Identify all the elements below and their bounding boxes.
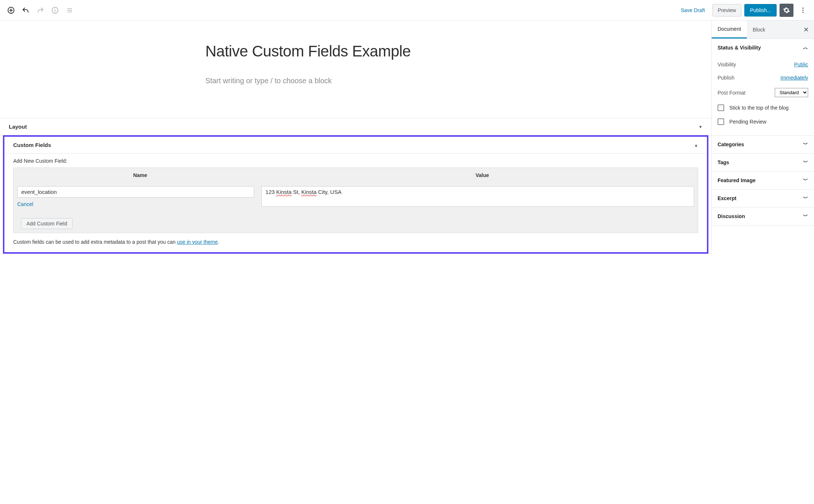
top-toolbar: Save Draft Preview Publish... — [0, 0, 814, 21]
svg-point-3 — [802, 10, 803, 11]
custom-fields-title: Custom Fields — [13, 142, 51, 148]
svg-point-2 — [802, 7, 803, 8]
cf-value-header: Value — [267, 168, 698, 183]
expand-icon: ▲ — [694, 143, 698, 147]
format-select[interactable]: Standard — [775, 88, 808, 97]
panel-excerpt-toggle[interactable]: Excerpt ﹀ — [712, 190, 814, 207]
toolbar-right: Save Draft Preview Publish... — [676, 4, 810, 17]
panel-status-toggle[interactable]: Status & Visibility ︿ — [712, 39, 814, 56]
cf-help: Custom fields can be used to add extra m… — [13, 233, 698, 245]
status-title: Status & Visibility — [718, 45, 761, 51]
tags-title: Tags — [718, 159, 729, 165]
panel-discussion: Discussion ﹀ — [712, 207, 814, 225]
more-options-button[interactable] — [796, 4, 810, 17]
plus-circle-icon — [7, 6, 15, 14]
publish-label: Publish — [718, 75, 734, 81]
gear-icon — [783, 7, 790, 14]
publish-button[interactable]: Publish... — [744, 4, 777, 16]
editor-area: Native Custom Fields Example Start writi… — [0, 21, 711, 254]
panel-featured-image: Featured Image ﹀ — [712, 172, 814, 190]
cf-row: Cancel 123 Kinsta St, Kinsta City, USA — [14, 183, 698, 211]
collapse-icon: ▼ — [698, 125, 703, 129]
cf-value-input[interactable]: 123 Kinsta St, Kinsta City, USA — [261, 186, 694, 207]
chevron-down-icon: ﹀ — [803, 141, 808, 148]
custom-fields-metabox: Custom Fields ▲ Add New Custom Field: Na… — [3, 135, 708, 254]
cf-help-prefix: Custom fields can be used to add extra m… — [13, 239, 177, 245]
chevron-down-icon: ﹀ — [803, 159, 808, 166]
panel-categories-toggle[interactable]: Categories ﹀ — [712, 136, 814, 153]
add-new-label: Add New Custom Field: — [13, 158, 698, 164]
outline-button[interactable] — [63, 4, 76, 17]
layout-title: Layout — [9, 124, 27, 130]
featured-image-title: Featured Image — [718, 177, 755, 183]
cf-value-cell: 123 Kinsta St, Kinsta City, USA — [261, 186, 694, 207]
cancel-link[interactable]: Cancel — [17, 201, 33, 207]
panel-tags-toggle[interactable]: Tags ﹀ — [712, 154, 814, 171]
cf-header: Name Value — [14, 168, 698, 183]
main-layout: Native Custom Fields Example Start writi… — [0, 21, 814, 254]
publish-row: Publish Immediately — [718, 71, 808, 84]
sidebar-tabs: Document Block ✕ — [712, 21, 814, 39]
cf-name-cell: Cancel — [17, 186, 254, 207]
visibility-row: Visibility Public — [718, 58, 808, 71]
format-row: Post Format Standard — [718, 84, 808, 101]
panel-status: Status & Visibility ︿ Visibility Public … — [712, 39, 814, 136]
visibility-label: Visibility — [718, 62, 736, 67]
list-icon — [66, 6, 74, 14]
cf-help-suffix: . — [218, 239, 219, 245]
cf-foot: Add Custom Field — [14, 211, 698, 233]
cf-name-header: Name — [14, 168, 267, 183]
pending-row[interactable]: Pending Review — [718, 115, 808, 129]
post-title[interactable]: Native Custom Fields Example — [205, 43, 506, 60]
checkbox-icon — [718, 104, 724, 111]
discussion-title: Discussion — [718, 213, 745, 219]
custom-fields-toggle[interactable]: Custom Fields ▲ — [4, 137, 707, 153]
sidebar: Document Block ✕ Status & Visibility ︿ V… — [711, 21, 814, 254]
custom-field-table: Name Value Cancel 123 Kinsta St, Kinsta … — [13, 168, 698, 233]
chevron-down-icon: ﹀ — [803, 195, 808, 202]
visibility-value[interactable]: Public — [794, 62, 808, 67]
panel-tags: Tags ﹀ — [712, 154, 814, 172]
chevron-down-icon: ﹀ — [803, 177, 808, 184]
stick-row[interactable]: Stick to the top of the blog — [718, 101, 808, 115]
excerpt-title: Excerpt — [718, 195, 736, 201]
checkbox-icon — [718, 118, 724, 125]
content-wrap: Native Custom Fields Example Start writi… — [183, 21, 528, 85]
panel-categories: Categories ﹀ — [712, 136, 814, 154]
chevron-down-icon: ﹀ — [803, 213, 808, 220]
panel-discussion-toggle[interactable]: Discussion ﹀ — [712, 207, 814, 225]
sidebar-close-button[interactable]: ✕ — [798, 26, 814, 34]
format-label: Post Format — [718, 90, 745, 96]
redo-icon — [36, 6, 44, 14]
layout-metabox: Layout ▼ — [0, 118, 711, 135]
categories-title: Categories — [718, 141, 744, 147]
settings-button[interactable] — [780, 4, 793, 17]
chevron-up-icon: ︿ — [803, 44, 808, 51]
info-button[interactable] — [48, 4, 62, 17]
panel-excerpt: Excerpt ﹀ — [712, 190, 814, 207]
layout-metabox-toggle[interactable]: Layout ▼ — [0, 118, 711, 135]
custom-fields-body: Add New Custom Field: Name Value Cancel — [4, 153, 707, 252]
save-draft-button[interactable]: Save Draft — [676, 4, 709, 16]
redo-button[interactable] — [34, 4, 47, 17]
block-placeholder[interactable]: Start writing or type / to choose a bloc… — [205, 77, 506, 85]
preview-button[interactable]: Preview — [712, 4, 742, 16]
pending-label: Pending Review — [729, 119, 766, 125]
panel-status-body: Visibility Public Publish Immediately Po… — [712, 56, 814, 135]
stick-label: Stick to the top of the blog — [729, 105, 789, 111]
cf-name-input[interactable] — [17, 186, 254, 198]
metaboxes: Layout ▼ Custom Fields ▲ Add New Custom … — [0, 118, 711, 254]
tab-document[interactable]: Document — [712, 21, 747, 38]
add-block-button[interactable] — [4, 4, 18, 17]
publish-value[interactable]: Immediately — [781, 75, 808, 81]
add-custom-field-button[interactable]: Add Custom Field — [21, 218, 73, 229]
svg-point-4 — [802, 12, 803, 13]
cf-help-link[interactable]: use in your theme — [177, 239, 218, 245]
info-icon — [51, 6, 59, 14]
panel-featured-image-toggle[interactable]: Featured Image ﹀ — [712, 172, 814, 189]
toolbar-left — [4, 4, 76, 17]
undo-button[interactable] — [19, 4, 32, 17]
undo-icon — [22, 6, 30, 14]
tab-block[interactable]: Block — [747, 21, 771, 38]
kebab-icon — [799, 7, 807, 14]
